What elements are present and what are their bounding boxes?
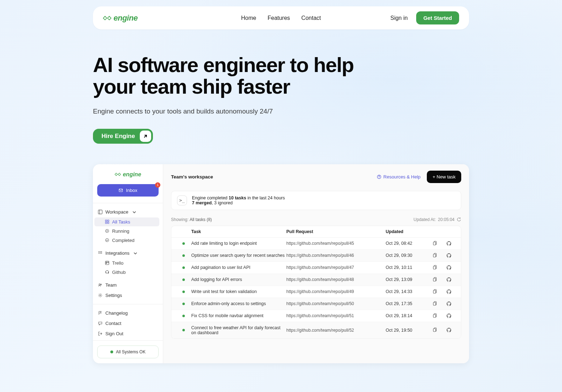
svg-rect-25 bbox=[433, 266, 436, 269]
nav-link-contact[interactable]: Contact bbox=[301, 15, 321, 21]
svg-rect-29 bbox=[433, 314, 436, 317]
table-row[interactable]: Write unit test for token validationhttp… bbox=[171, 286, 461, 298]
nav-link-home[interactable]: Home bbox=[241, 15, 257, 21]
showing-row: Showing: All tasks (8) Updated At: 20:05… bbox=[163, 210, 469, 226]
sidebar-integrations-heading[interactable]: Integrations bbox=[93, 248, 163, 258]
github-link-icon[interactable] bbox=[441, 277, 457, 282]
table-row[interactable]: Add logging for API errorshttps://github… bbox=[171, 274, 461, 286]
status-text: All Systems OK bbox=[116, 349, 145, 354]
logout-icon bbox=[98, 331, 103, 336]
updated-value: 20:05:04 bbox=[438, 217, 454, 222]
svg-point-11 bbox=[100, 251, 100, 252]
copy-icon[interactable] bbox=[428, 277, 441, 282]
flag-icon bbox=[98, 311, 103, 315]
hire-engine-button[interactable]: Hire Engine bbox=[93, 129, 153, 144]
resources-label: Resources & Help bbox=[384, 174, 421, 180]
pr-link[interactable]: https://github.com/team/repo/pull/46 bbox=[286, 253, 386, 258]
sidebar-item-trello[interactable]: Trello bbox=[94, 259, 159, 267]
get-started-button[interactable]: Get Started bbox=[416, 11, 459, 24]
pr-link[interactable]: https://github.com/team/repo/pull/52 bbox=[286, 328, 386, 333]
pr-link[interactable]: https://github.com/team/repo/pull/50 bbox=[286, 301, 386, 306]
updated-time: Oct 29, 14:33 bbox=[386, 289, 428, 294]
sidebar-item-label: Completed bbox=[112, 238, 134, 243]
inbox-label: Inbox bbox=[126, 188, 137, 193]
sidebar-item-completed[interactable]: Completed bbox=[94, 236, 159, 245]
table-row[interactable]: Enforce admin-only access to settingshtt… bbox=[171, 298, 461, 310]
sidebar-item-changelog[interactable]: Changelog bbox=[93, 308, 163, 318]
pr-link[interactable]: https://github.com/team/repo/pull/51 bbox=[286, 313, 386, 318]
svg-point-8 bbox=[107, 231, 108, 232]
svg-point-21 bbox=[100, 294, 101, 296]
github-link-icon[interactable] bbox=[441, 241, 457, 246]
sidebar-item-label: Team bbox=[105, 282, 117, 288]
updated-time: Oct 29, 13:09 bbox=[386, 277, 428, 282]
svg-rect-1 bbox=[98, 210, 102, 214]
sidebar-workspace-heading[interactable]: Workspace bbox=[93, 207, 163, 217]
workspace-title: Team's workspace bbox=[171, 174, 213, 180]
nav-link-features[interactable]: Features bbox=[268, 15, 290, 21]
sidebar-item-team[interactable]: Team bbox=[93, 280, 163, 290]
copy-icon[interactable] bbox=[428, 265, 441, 270]
github-link-icon[interactable] bbox=[441, 327, 457, 333]
status-indicator[interactable]: All Systems OK bbox=[97, 346, 159, 358]
signin-link[interactable]: Sign in bbox=[390, 15, 408, 21]
table-row[interactable]: Add pagination to user list APIhttps://g… bbox=[171, 262, 461, 274]
pr-link[interactable]: https://github.com/team/repo/pull/48 bbox=[286, 277, 386, 282]
task-name: Optimize user search query for recent se… bbox=[191, 253, 286, 258]
status-dot bbox=[176, 278, 191, 281]
svg-point-19 bbox=[99, 284, 100, 285]
updated-time: Oct 29, 10:11 bbox=[386, 265, 428, 270]
updated-time: Oct 29, 09:30 bbox=[386, 253, 428, 258]
grid-small-icon bbox=[98, 251, 103, 255]
github-link-icon[interactable] bbox=[441, 313, 457, 319]
svg-rect-0 bbox=[119, 189, 123, 192]
hero-title: AI software engineer to help your team s… bbox=[93, 54, 469, 98]
status-dot bbox=[176, 266, 191, 269]
task-name: Add logging for API errors bbox=[191, 277, 286, 282]
github-link-icon[interactable] bbox=[441, 253, 457, 258]
sidebar-item-label: Trello bbox=[112, 260, 123, 266]
sidebar-item-signout[interactable]: Sign Out bbox=[93, 328, 163, 339]
updated-time: Oct 29, 18:14 bbox=[386, 313, 428, 318]
table-row[interactable]: Optimize user search query for recent se… bbox=[171, 250, 461, 262]
copy-icon[interactable] bbox=[428, 241, 441, 246]
copy-icon[interactable] bbox=[428, 313, 441, 319]
table-row[interactable]: Fix CSS for mobile navbar alignmenthttps… bbox=[171, 310, 461, 322]
table-row[interactable]: Connect to free weather API for daily fo… bbox=[171, 322, 461, 338]
brand-logo[interactable]: engine bbox=[103, 13, 138, 23]
copy-icon[interactable] bbox=[428, 301, 441, 307]
svg-point-13 bbox=[99, 253, 99, 253]
sidebar-item-contact[interactable]: Contact bbox=[93, 318, 163, 328]
copy-icon[interactable] bbox=[428, 327, 441, 333]
sidebar-item-running[interactable]: Running bbox=[94, 227, 159, 236]
copy-icon[interactable] bbox=[428, 253, 441, 258]
github-link-icon[interactable] bbox=[441, 289, 457, 294]
github-link-icon[interactable] bbox=[441, 301, 457, 307]
resources-link[interactable]: Resources & Help bbox=[377, 174, 421, 180]
updated-time: Oct 29, 17:35 bbox=[386, 301, 428, 306]
users-icon bbox=[98, 283, 103, 287]
inbox-button[interactable]: Inbox 1 bbox=[97, 184, 159, 197]
showing-value: All tasks (8) bbox=[189, 217, 212, 222]
table-row[interactable]: Add rate limiting to login endpointhttps… bbox=[171, 238, 461, 250]
refresh-icon[interactable] bbox=[457, 217, 461, 222]
task-name: Fix CSS for mobile navbar alignment bbox=[191, 313, 286, 318]
sidebar-item-github[interactable]: Github bbox=[94, 268, 159, 277]
copy-icon[interactable] bbox=[428, 289, 441, 294]
sidebar-item-all-tasks[interactable]: All Tasks bbox=[94, 217, 159, 226]
svg-point-12 bbox=[101, 251, 102, 252]
hire-engine-label: Hire Engine bbox=[101, 133, 135, 140]
pr-link[interactable]: https://github.com/team/repo/pull/47 bbox=[286, 265, 386, 270]
sidebar-logo[interactable]: engine bbox=[93, 164, 163, 183]
engine-logo-icon bbox=[115, 172, 121, 176]
sidebar-item-settings[interactable]: Settings bbox=[93, 290, 163, 300]
svg-rect-4 bbox=[108, 220, 109, 221]
new-task-button[interactable]: + New task bbox=[427, 171, 461, 183]
col-task: Task bbox=[191, 229, 286, 234]
github-link-icon[interactable] bbox=[441, 265, 457, 270]
pr-link[interactable]: https://github.com/team/repo/pull/49 bbox=[286, 289, 386, 294]
terminal-icon: >_ bbox=[177, 195, 187, 205]
status-dot bbox=[176, 303, 191, 305]
hero-title-line1: AI software engineer to help bbox=[93, 53, 354, 76]
pr-link[interactable]: https://github.com/team/repo/pull/45 bbox=[286, 241, 386, 246]
